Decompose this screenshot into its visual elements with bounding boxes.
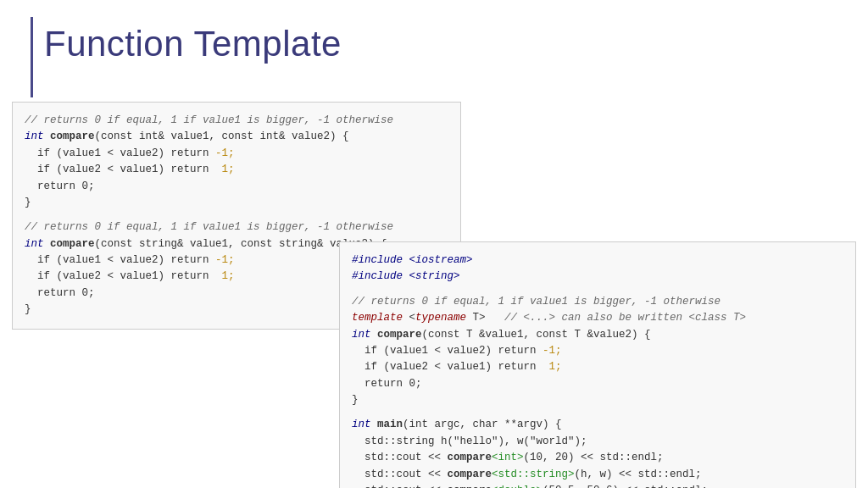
code-line: return 0;: [25, 179, 448, 195]
code-line: std::cout << compare<double>(50.5, 50.6)…: [352, 483, 843, 488]
code-line: template <typename T> // <...> can also …: [352, 310, 843, 326]
code-line: if (value1 < value2) return -1;: [352, 343, 843, 359]
code-line: std::cout << compare<int>(10, 20) << std…: [352, 450, 843, 466]
code-line: }: [25, 195, 448, 211]
code-line: int main(int argc, char **argv) {: [352, 417, 843, 433]
right-code-box: #include <iostream> #include <string> //…: [339, 241, 856, 488]
code-line: std::cout << compare<std::string>(h, w) …: [352, 467, 843, 483]
code-line: std::string h("hello"), w("world");: [352, 434, 843, 450]
page: Function Template // returns 0 if equal,…: [0, 0, 868, 488]
code-line: // returns 0 if equal, 1 if value1 is bi…: [352, 294, 843, 310]
code-line: }: [352, 392, 843, 408]
code-line: #include <string>: [352, 269, 843, 285]
code-line: if (value2 < value1) return 1;: [25, 162, 448, 178]
blank-line: [352, 286, 843, 294]
code-line: // returns 0 if equal, 1 if value1 is bi…: [25, 219, 448, 236]
code-line: if (value2 < value1) return 1;: [352, 359, 843, 375]
page-title: Function Template: [44, 24, 342, 64]
code-line: // returns 0 if equal, 1 if value1 is bi…: [25, 113, 448, 129]
blank-line: [352, 408, 843, 417]
code-line: int compare(const int& value1, const int…: [25, 129, 448, 145]
code-line: return 0;: [352, 376, 843, 392]
blank-line: [25, 211, 448, 219]
title-border: [31, 17, 33, 97]
code-line: #include <iostream>: [352, 252, 843, 269]
code-line: if (value1 < value2) return -1;: [25, 146, 448, 162]
code-line: int compare(const T &value1, const T &va…: [352, 327, 843, 343]
